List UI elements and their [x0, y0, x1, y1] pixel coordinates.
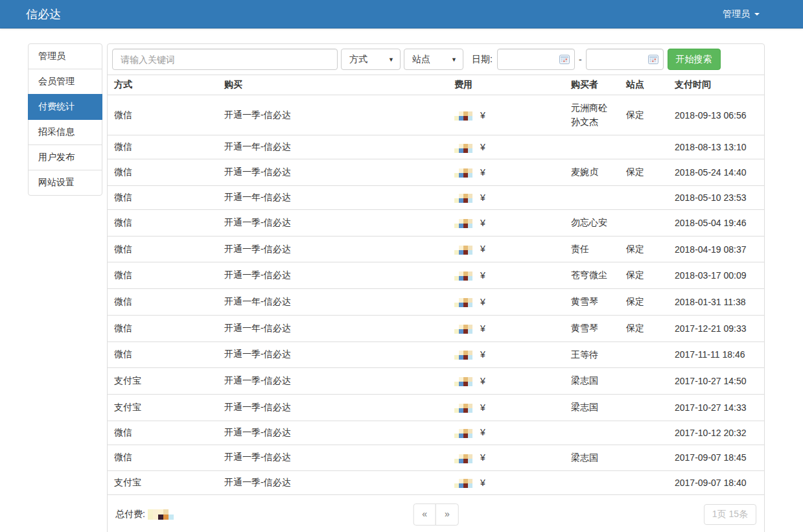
cell-product: 开通一季-信必达 — [218, 210, 448, 237]
date-range-label: 日期: — [472, 54, 493, 65]
cell-site — [620, 471, 668, 495]
next-page-button[interactable]: » — [436, 503, 459, 526]
cell-site: 保定 — [620, 236, 668, 262]
cell-method: 支付宝 — [108, 394, 218, 421]
censored-fee-mosaic — [454, 325, 477, 334]
total-paid-label: 总付费: — [115, 509, 145, 520]
cell-buyer: 责任 — [564, 236, 620, 262]
cell-site — [620, 186, 668, 210]
cell-product: 开通一年-信必达 — [218, 135, 448, 159]
header-site: 站点 — [620, 75, 668, 95]
method-select[interactable]: 方式 ▼ — [341, 49, 401, 70]
cell-product: 开通一年-信必达 — [218, 186, 448, 210]
censored-fee-mosaic — [454, 454, 477, 463]
cell-site — [620, 210, 668, 237]
cell-fee: ¥ — [448, 186, 564, 210]
brand-title: 信必达 — [26, 6, 61, 22]
table-row: 微信 开通一季-信必达 ¥ 梁志国 2017-09-07 18:45 — [108, 445, 764, 471]
cell-time: 2017-09-07 18:45 — [668, 445, 764, 471]
cell-method: 微信 — [108, 289, 218, 316]
cell-fee: ¥ — [448, 315, 564, 341]
cell-product: 开通一季-信必达 — [218, 262, 448, 289]
cell-product: 开通一季-信必达 — [218, 368, 448, 395]
sidebar-item-0[interactable]: 管理员 — [28, 43, 102, 69]
header-product: 购买 — [218, 75, 448, 95]
currency-symbol: ¥ — [480, 297, 485, 307]
user-menu-dropdown[interactable]: 管理员 — [723, 8, 760, 20]
cell-time: 2018-05-24 14:40 — [668, 159, 764, 186]
censored-fee-mosaic — [454, 168, 477, 178]
censored-fee-mosaic — [454, 111, 477, 121]
table-row: 微信 开通一季-信必达 ¥ 元洲商砼 孙文杰 保定 2018-09-13 06:… — [108, 95, 764, 135]
site-select[interactable]: 站点 ▼ — [404, 49, 463, 70]
table-row: 支付宝 开通一季-信必达 ¥ 梁志国 2017-10-27 14:50 — [108, 368, 764, 395]
sidebar-item-3[interactable]: 招采信息 — [28, 119, 102, 145]
cell-method: 微信 — [108, 236, 218, 262]
cell-method: 微信 — [108, 135, 218, 159]
cell-time: 2017-10-27 14:50 — [668, 368, 764, 395]
sidebar-nav: 管理员会员管理付费统计招采信息用户发布网站设置 — [28, 43, 102, 195]
cell-method: 微信 — [108, 315, 218, 341]
cell-site — [620, 394, 668, 421]
table-row: 微信 开通一年-信必达 ¥ 黄雪琴 保定 2017-12-21 09:33 — [108, 315, 764, 341]
date-to-input[interactable] — [586, 49, 664, 70]
cell-time: 2017-10-12 20:32 — [668, 421, 764, 445]
search-button[interactable]: 开始搜索 — [668, 49, 721, 70]
cell-time: 2018-09-13 06:56 — [668, 95, 764, 135]
main-layout: 管理员会员管理付费统计招采信息用户发布网站设置 方式 ▼ 站点 ▼ 日期: — [28, 43, 793, 532]
header-fee: 费用 — [448, 75, 564, 95]
cell-buyer: 梁志国 — [564, 368, 620, 395]
censored-fee-mosaic — [454, 298, 477, 307]
table-row: 微信 开通一季-信必达 ¥ 2017-10-12 20:32 — [108, 421, 764, 445]
table-row: 微信 开通一季-信必达 ¥ 王等待 2017-11-11 18:46 — [108, 341, 764, 368]
table-header-row: 方式 购买 费用 购买者 站点 支付时间 — [108, 75, 764, 95]
currency-symbol: ¥ — [480, 452, 485, 463]
pagination: « » — [413, 503, 459, 526]
sidebar-item-2[interactable]: 付费统计 — [28, 94, 102, 120]
cell-fee: ¥ — [448, 471, 564, 495]
cell-fee: ¥ — [448, 262, 564, 289]
date-from-input[interactable] — [497, 49, 575, 70]
method-select-value: 方式 — [349, 54, 367, 65]
keyword-input[interactable] — [112, 49, 338, 70]
censored-fee-mosaic — [454, 246, 477, 255]
prev-page-button[interactable]: « — [413, 503, 436, 526]
cell-buyer: 元洲商砼 孙文杰 — [564, 95, 620, 135]
cell-product: 开通一季-信必达 — [218, 471, 448, 495]
table-row: 微信 开通一季-信必达 ¥ 责任 保定 2018-04-19 08:37 — [108, 236, 764, 262]
cell-method: 支付宝 — [108, 471, 218, 495]
cell-method: 微信 — [108, 159, 218, 186]
cell-time: 2018-01-31 11:38 — [668, 289, 764, 316]
payments-table: 方式 购买 费用 购买者 站点 支付时间 微信 开通一季-信必达 ¥ 元洲商砼 … — [108, 75, 764, 495]
calendar-icon — [648, 54, 658, 64]
cell-time: 2018-04-19 08:37 — [668, 236, 764, 262]
table-row: 微信 开通一季-信必达 ¥ 麦婉贞 保定 2018-05-24 14:40 — [108, 159, 764, 186]
currency-symbol: ¥ — [480, 192, 485, 203]
cell-buyer: 黄雪琴 — [564, 289, 620, 316]
sidebar-item-4[interactable]: 用户发布 — [28, 145, 102, 170]
cell-product: 开通一年-信必达 — [218, 289, 448, 316]
censored-fee-mosaic — [454, 194, 477, 203]
cell-buyer: 梁志国 — [564, 394, 620, 421]
sidebar-item-5[interactable]: 网站设置 — [28, 170, 102, 196]
cell-fee: ¥ — [448, 445, 564, 471]
sidebar-item-1[interactable]: 会员管理 — [28, 69, 102, 95]
currency-symbol: ¥ — [480, 402, 485, 413]
cell-time: 2018-05-04 19:46 — [668, 210, 764, 237]
cell-site — [620, 341, 668, 368]
cell-product: 开通一季-信必达 — [218, 159, 448, 186]
cell-time: 2018-08-13 13:10 — [668, 135, 764, 159]
cell-time: 2017-09-07 18:40 — [668, 471, 764, 495]
cell-buyer: 梁志国 — [564, 445, 620, 471]
cell-method: 微信 — [108, 445, 218, 471]
currency-symbol: ¥ — [480, 478, 485, 488]
cell-fee: ¥ — [448, 341, 564, 368]
top-navbar: 信必达 管理员 — [0, 0, 803, 29]
censored-fee-mosaic — [454, 351, 477, 360]
cell-product: 开通一季-信必达 — [218, 236, 448, 262]
cell-site: 保定 — [620, 289, 668, 316]
cell-buyer: 麦婉贞 — [564, 159, 620, 186]
cell-time: 2017-10-27 14:33 — [668, 394, 764, 421]
cell-fee: ¥ — [448, 236, 564, 262]
header-method: 方式 — [108, 75, 218, 95]
